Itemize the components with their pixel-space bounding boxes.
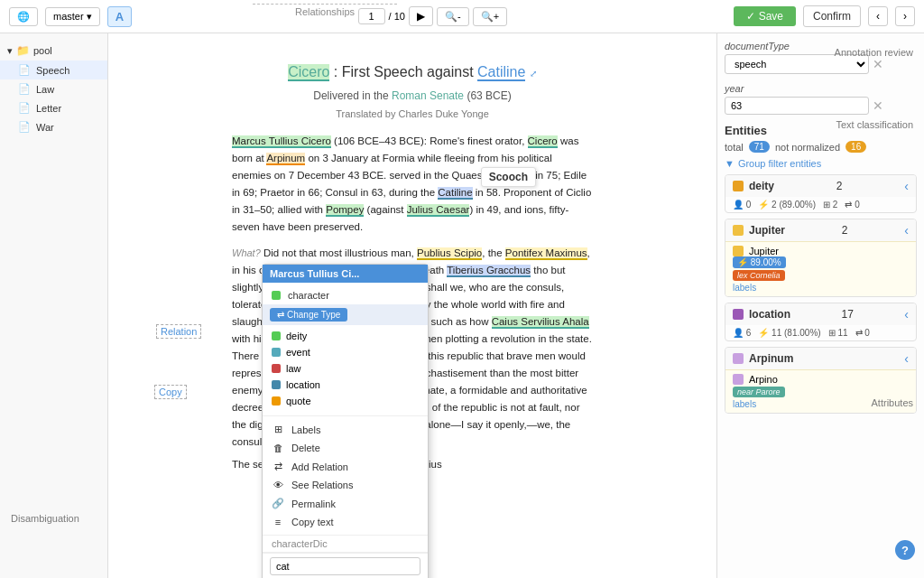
arpinum-expand-button[interactable]: ‹ xyxy=(904,351,909,366)
deity-expand-button[interactable]: ‹ xyxy=(904,179,909,193)
cicero2-annotation[interactable]: Cicero xyxy=(528,135,558,148)
event-label: event xyxy=(286,347,310,358)
tiberius-annotation[interactable]: Tiberius Gracchus xyxy=(447,265,531,277)
location-stat-arrows: ⇄ 0 xyxy=(855,328,870,338)
pontifex-annotation[interactable]: Pontifex Maximus xyxy=(505,247,587,260)
change-type-button[interactable]: ⇄ Change Type xyxy=(270,308,347,322)
location-expand-button[interactable]: ‹ xyxy=(904,307,909,322)
type-opt-event[interactable]: event xyxy=(272,345,419,359)
filter-icon: ▼ xyxy=(725,158,735,169)
confirm-button[interactable]: Confirm xyxy=(803,5,861,27)
eye-icon: 👁 xyxy=(272,480,284,490)
menu-type-section: character ⇄ Change Type deity xyxy=(263,283,428,416)
sidebar-item-war[interactable]: 📄 War xyxy=(0,117,107,136)
see-relations-label: See Relations xyxy=(291,480,354,490)
doc-icon: 📄 xyxy=(18,64,31,76)
entity-arpinum-title: Arpinum xyxy=(733,352,793,365)
entity-jupiter-title: Jupiter xyxy=(733,224,785,237)
location-dot xyxy=(272,380,281,389)
trash-icon: 🗑 xyxy=(272,443,284,453)
entity-card-deity: deity 2 ‹ 👤 0 ⚡ 2 (89.00%) ⊞ 2 ⇄ 0 xyxy=(725,174,917,213)
type-opt-deity[interactable]: deity xyxy=(272,329,419,343)
jupiter-expand-button[interactable]: ‹ xyxy=(904,223,909,238)
jupiter-sub-dot xyxy=(733,246,744,256)
roman-senate-annotation[interactable]: Roman Senate xyxy=(392,89,464,102)
caius-annotation[interactable]: Caius Servilius Ahala xyxy=(492,316,589,329)
type-opt-law[interactable]: law xyxy=(272,361,419,376)
doc-type-clear-button[interactable]: ✕ xyxy=(873,57,883,71)
menu-add-relation-item[interactable]: ⇄ Add Relation xyxy=(263,457,428,476)
year-field: year ✕ xyxy=(725,83,917,115)
jupiter-count: 2 xyxy=(842,224,848,237)
year-clear-button[interactable]: ✕ xyxy=(873,98,883,113)
labels-label: Labels xyxy=(291,424,320,435)
sidebar-speech-label: Speech xyxy=(36,65,69,76)
location-stat-lightning: ⚡ 11 (81.00%) xyxy=(758,328,820,338)
type-opt-location[interactable]: location xyxy=(272,378,419,392)
folder-icon: 📁 xyxy=(16,44,30,57)
globe-button[interactable]: 🌐 xyxy=(9,7,38,26)
chevron-down-icon: ▾ xyxy=(7,45,13,57)
menu-permalink-item[interactable]: 🔗 Permalink xyxy=(263,494,428,513)
location-stat-persons: 👤 6 xyxy=(733,328,751,338)
delete-label: Delete xyxy=(291,443,320,453)
entity-card-jupiter: Jupiter 2 ‹ Jupiter ⚡ 89.00% lex Corneli… xyxy=(725,219,917,297)
menu-labels-item[interactable]: ⊞ Labels xyxy=(263,420,428,439)
publius-scipio-annotation[interactable]: Publius Scipio xyxy=(417,247,482,260)
entity-deity-title: deity xyxy=(733,180,774,192)
pompey-annotation[interactable]: Pompey xyxy=(326,204,364,217)
prev-annotation-button[interactable]: ‹ xyxy=(868,6,888,26)
arpinum-parore-tag: near Parore xyxy=(733,387,785,397)
sidebar-item-speech[interactable]: 📄 Speech xyxy=(0,61,107,79)
menu-search xyxy=(263,553,428,578)
year-input[interactable] xyxy=(725,97,869,115)
marcus-annotation[interactable]: Marcus Tullius Cicero xyxy=(232,135,331,148)
location-count: 17 xyxy=(841,308,853,321)
group-filter[interactable]: ▼ Group filter entities xyxy=(725,158,917,169)
entity-location-title: location xyxy=(733,308,790,321)
zoom-out-button[interactable]: 🔍- xyxy=(437,7,469,26)
next-page-button[interactable]: ▶ xyxy=(409,6,433,26)
sidebar-war-label: War xyxy=(36,122,54,133)
menu-delete-item[interactable]: 🗑 Delete xyxy=(263,439,428,457)
entity-card-deity-header: deity 2 ‹ xyxy=(725,175,916,197)
catiline-annotation-title[interactable]: Catiline xyxy=(477,64,525,81)
document-area: Cicero : First Speech against Catiline ⤢… xyxy=(108,33,716,578)
help-button[interactable]: ? xyxy=(895,540,915,560)
menu-see-relations-item[interactable]: 👁 See Relations xyxy=(263,476,428,494)
copy-text-label: Copy text xyxy=(291,517,333,527)
save-button[interactable]: ✓ Save xyxy=(734,6,796,26)
master-dropdown[interactable]: master ▾ xyxy=(45,7,100,26)
sidebar-item-letter[interactable]: 📄 Letter xyxy=(0,98,107,117)
year-label: year xyxy=(725,83,917,94)
zoom-in-button[interactable]: 🔍+ xyxy=(473,7,507,26)
group-filter-label: Group filter entities xyxy=(738,158,821,169)
arpinum-annotation[interactable]: Arpinum xyxy=(266,153,305,165)
annotation-button[interactable]: A xyxy=(107,6,132,27)
not-normalized-label: not normalized xyxy=(775,142,840,153)
document-translator: Translated by Charles Duke Yonge xyxy=(232,107,593,123)
sidebar-pool[interactable]: ▾ 📁 pool xyxy=(0,41,107,61)
annotation-review-floating-label: Annotation review xyxy=(835,47,913,58)
copy-icon: ≡ xyxy=(272,517,284,527)
menu-character-type: character xyxy=(263,286,428,304)
deity-stat-lightning: ⚡ 2 (89.00%) xyxy=(758,200,816,210)
catiline-body-annotation[interactable]: Catiline xyxy=(438,187,472,200)
deity-card-label: deity xyxy=(749,180,774,192)
relationships-label: Relationships xyxy=(295,6,355,17)
toolbar: 🌐 master ▾ A Relationships / 10 ▶ 🔍- 🔍+ … xyxy=(0,0,924,33)
next-annotation-button[interactable]: › xyxy=(895,6,915,26)
deity-stat-arrows: ⇄ 0 xyxy=(845,200,859,210)
master-label: master xyxy=(53,11,84,22)
disambiguation-floating-label: Disambiguation xyxy=(11,513,79,524)
menu-copy-text-item[interactable]: ≡ Copy text xyxy=(263,513,428,531)
add-relation-label: Add Relation xyxy=(291,461,348,472)
disambiguation-search-input[interactable] xyxy=(270,557,420,575)
event-dot xyxy=(272,348,281,357)
type-opt-quote[interactable]: quote xyxy=(272,394,419,408)
julius-caesar-annotation[interactable]: Julius Caesar xyxy=(407,204,470,217)
jupiter-labels-link[interactable]: labels xyxy=(733,283,909,293)
cicero-annotation[interactable]: Cicero xyxy=(288,64,329,81)
sidebar-item-law[interactable]: 📄 Law xyxy=(0,79,107,98)
jupiter-sub-label: Jupiter xyxy=(749,246,779,256)
